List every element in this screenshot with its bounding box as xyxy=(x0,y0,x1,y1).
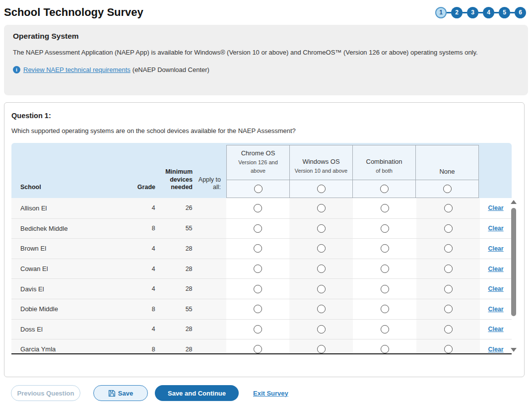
clear-link[interactable]: Clear xyxy=(488,346,503,353)
scrollbar-thumb[interactable] xyxy=(511,208,516,316)
info-box-body: The NAEP Assessment Application (NAEP Ap… xyxy=(13,49,519,56)
option-cell-none xyxy=(416,198,480,218)
clear-link[interactable]: Clear xyxy=(488,306,503,313)
option-cell-none xyxy=(416,219,480,239)
clear-link[interactable]: Clear xyxy=(488,204,503,211)
school-name: Cowan El xyxy=(11,265,121,272)
option-cell-combination xyxy=(353,320,416,339)
table-row: Allison El426Clear xyxy=(11,198,512,218)
clear-link[interactable]: Clear xyxy=(488,225,503,232)
radio-combination[interactable] xyxy=(381,305,389,313)
apply-all-radio-none[interactable] xyxy=(443,185,452,193)
clear-cell: Clear xyxy=(480,239,512,259)
radio-none[interactable] xyxy=(444,345,453,353)
grade-value: 8 xyxy=(121,306,155,313)
radio-combination[interactable] xyxy=(381,204,389,212)
radio-windows-os[interactable] xyxy=(317,285,326,293)
step-4[interactable]: 4 xyxy=(483,7,494,18)
step-1[interactable]: 1 xyxy=(435,7,447,18)
save-and-continue-button[interactable]: Save and Continue xyxy=(155,385,239,401)
clear-link[interactable]: Clear xyxy=(488,326,503,333)
radio-windows-os[interactable] xyxy=(317,244,326,253)
clear-cell: Clear xyxy=(480,320,512,339)
option-title: Windows OS xyxy=(302,158,339,165)
radio-chrome-os[interactable] xyxy=(254,345,262,353)
option-cell-none xyxy=(416,320,480,339)
radio-chrome-os[interactable] xyxy=(254,325,262,334)
radio-chrome-os[interactable] xyxy=(254,285,262,293)
schools-table: School Grade Minimum devices needed Appl… xyxy=(11,143,512,354)
radio-windows-os[interactable] xyxy=(317,325,326,334)
option-label-chrome-os: Chrome OSVersion 126 and above xyxy=(227,145,289,180)
previous-question-button[interactable]: Previous Question xyxy=(11,385,80,401)
apply-all-radio-windows-os[interactable] xyxy=(317,185,326,193)
step-6[interactable]: 6 xyxy=(515,7,526,18)
save-button[interactable]: Save xyxy=(93,385,148,401)
radio-chrome-os[interactable] xyxy=(254,265,262,273)
radio-windows-os[interactable] xyxy=(317,345,326,353)
radio-none[interactable] xyxy=(444,224,453,233)
option-column-windows-os: Windows OSVersion 10 and above xyxy=(289,145,353,198)
scroll-up-icon[interactable] xyxy=(511,200,517,204)
radio-chrome-os[interactable] xyxy=(254,244,262,253)
clear-link[interactable]: Clear xyxy=(488,266,503,272)
devices-value: 28 xyxy=(155,346,193,353)
school-name: Doss El xyxy=(11,326,121,333)
apply-all-row-chrome-os xyxy=(227,180,289,198)
table-scrollbar[interactable] xyxy=(511,199,517,354)
radio-none[interactable] xyxy=(444,285,453,293)
survey-step-indicator: 123456 xyxy=(435,7,526,18)
apply-all-radio-combination[interactable] xyxy=(380,185,389,193)
radio-none[interactable] xyxy=(444,305,453,313)
table-row: Bedichek Middle855Clear xyxy=(11,218,512,239)
grade-value: 4 xyxy=(121,204,155,211)
school-name: Brown El xyxy=(11,245,121,252)
radio-chrome-os[interactable] xyxy=(254,224,262,233)
scroll-down-icon[interactable] xyxy=(511,348,517,352)
step-5[interactable]: 5 xyxy=(499,7,510,18)
radio-none[interactable] xyxy=(444,244,453,253)
option-cell-none xyxy=(416,279,480,299)
table-header: School Grade Minimum devices needed Appl… xyxy=(11,143,512,198)
radio-none[interactable] xyxy=(444,325,453,334)
radio-combination[interactable] xyxy=(381,265,389,273)
clear-link[interactable]: Clear xyxy=(488,285,503,292)
option-label-windows-os: Windows OSVersion 10 and above xyxy=(290,145,352,180)
table-row: Brown El428Clear xyxy=(11,238,512,259)
option-column-none: None xyxy=(415,145,479,198)
radio-windows-os[interactable] xyxy=(317,305,326,313)
radio-combination[interactable] xyxy=(381,345,389,353)
radio-chrome-os[interactable] xyxy=(254,305,262,313)
option-header-boxes: Chrome OSVersion 126 and aboveWindows OS… xyxy=(226,145,479,198)
radio-none[interactable] xyxy=(444,265,453,273)
radio-windows-os[interactable] xyxy=(317,224,326,233)
exit-survey-link[interactable]: Exit Survey xyxy=(253,390,288,397)
clear-cell: Clear xyxy=(480,198,512,218)
apply-all-radio-chrome-os[interactable] xyxy=(254,185,263,193)
step-3[interactable]: 3 xyxy=(467,7,478,18)
radio-chrome-os[interactable] xyxy=(254,204,262,212)
option-cell-chrome-os xyxy=(226,320,290,339)
school-info-zone: Davis El428 xyxy=(11,279,226,299)
option-cell-windows-os xyxy=(289,299,353,319)
option-cell-combination xyxy=(353,299,416,319)
radio-combination[interactable] xyxy=(381,285,389,293)
step-2[interactable]: 2 xyxy=(451,7,463,18)
radio-windows-os[interactable] xyxy=(317,265,326,273)
apply-all-row-none xyxy=(416,180,478,198)
option-cell-chrome-os xyxy=(226,259,290,279)
radio-combination[interactable] xyxy=(381,325,389,334)
grade-value: 8 xyxy=(121,346,155,353)
footer-actions: Previous Question Save Save and Continue… xyxy=(11,385,528,401)
clear-link[interactable]: Clear xyxy=(488,245,503,252)
radio-combination[interactable] xyxy=(381,224,389,233)
operating-system-info-box: Operating System The NAEP Assessment App… xyxy=(4,25,528,95)
radio-combination[interactable] xyxy=(381,244,389,253)
school-name: Dobie Middle xyxy=(11,305,121,313)
floppy-disk-icon xyxy=(108,390,116,397)
technical-requirements-link[interactable]: Review NAEP technical requirements xyxy=(23,66,131,73)
option-cell-chrome-os xyxy=(226,239,290,259)
radio-none[interactable] xyxy=(444,204,453,212)
radio-windows-os[interactable] xyxy=(317,204,326,212)
option-title: None xyxy=(439,168,455,175)
